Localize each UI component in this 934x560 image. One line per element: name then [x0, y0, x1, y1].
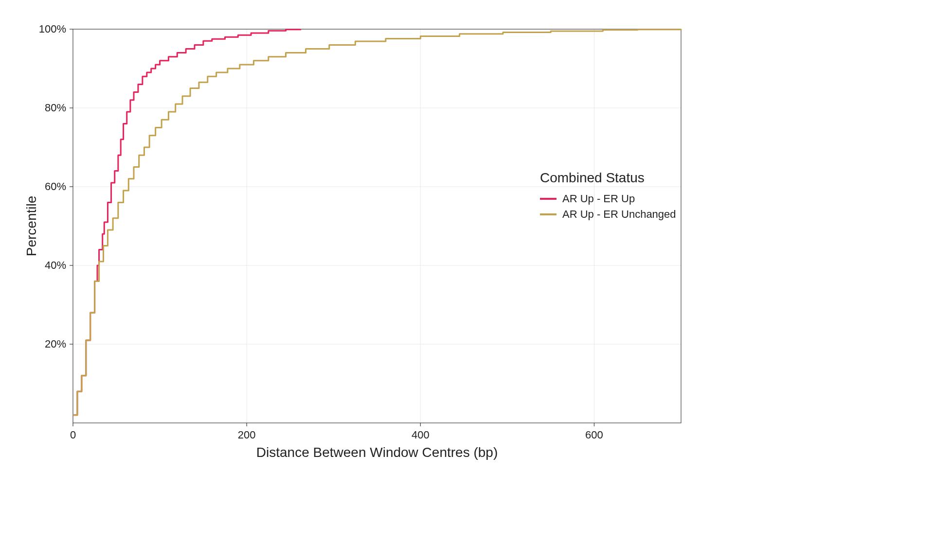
x-tick-label: 0 — [70, 429, 76, 441]
legend-item: AR Up - ER Up — [540, 192, 735, 205]
chart-container: 020040060020%40%60%80%100%Distance Betwe… — [19, 19, 691, 467]
y-axis-title: Percentile — [24, 196, 39, 257]
y-tick-label: 100% — [39, 23, 66, 35]
legend-swatch — [540, 213, 557, 215]
y-tick-label: 80% — [45, 102, 66, 114]
y-tick-label: 20% — [45, 338, 66, 350]
ecdf-plot: 020040060020%40%60%80%100%Distance Betwe… — [19, 19, 691, 467]
legend-title: Combined Status — [540, 170, 735, 186]
y-tick-label: 60% — [45, 180, 66, 192]
legend-label: AR Up - ER Unchanged — [562, 208, 676, 221]
plot-panel — [73, 29, 681, 423]
x-axis-title: Distance Between Window Centres (bp) — [256, 445, 498, 460]
x-tick-label: 600 — [585, 429, 603, 441]
y-tick-label: 40% — [45, 259, 66, 271]
x-tick-label: 400 — [412, 429, 430, 441]
legend-item: AR Up - ER Unchanged — [540, 208, 735, 221]
legend-label: AR Up - ER Up — [562, 192, 635, 205]
legend-swatch — [540, 198, 557, 200]
legend: Combined StatusAR Up - ER UpAR Up - ER U… — [540, 170, 735, 224]
x-tick-label: 200 — [238, 429, 256, 441]
